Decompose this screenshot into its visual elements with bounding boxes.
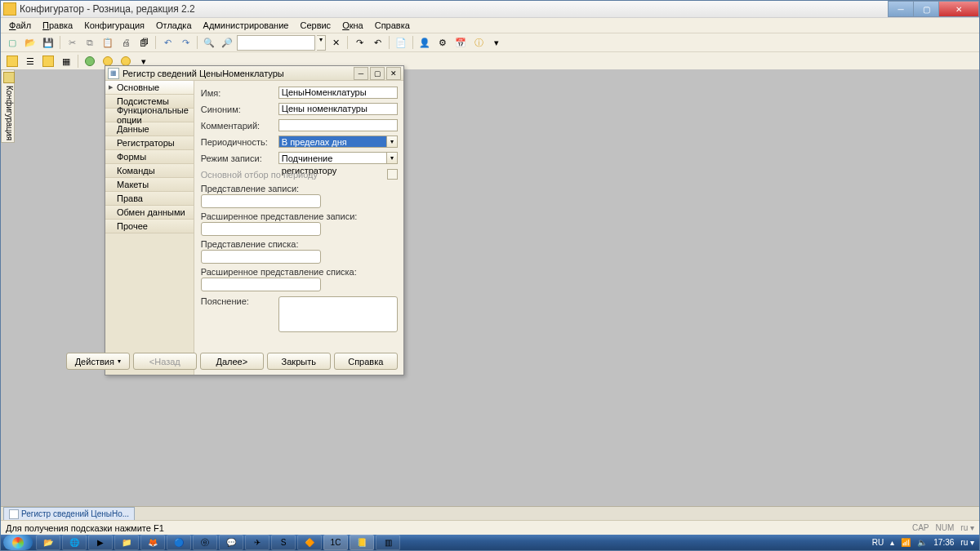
close-button[interactable]: ✕ <box>938 1 979 17</box>
task-whatsapp[interactable]: 💬 <box>219 535 243 550</box>
search-dropdown[interactable]: ▾ <box>317 35 326 51</box>
nav-registrators[interactable]: Регистраторы <box>105 136 194 150</box>
clear-button[interactable]: ✕ <box>327 34 344 51</box>
label-explain: Пояснение: <box>201 296 278 306</box>
field-listpres[interactable] <box>201 250 321 264</box>
task-telegram[interactable]: ✈ <box>245 535 270 550</box>
menu-debug[interactable]: Отладка <box>151 20 196 31</box>
tb2-tree-button[interactable] <box>4 53 20 69</box>
help-dialog-button[interactable]: Справка <box>334 353 398 370</box>
field-recpres[interactable] <box>201 194 321 208</box>
back-button[interactable]: <Назад <box>133 353 197 370</box>
tray-network-icon[interactable]: 📶 <box>901 538 911 547</box>
field-synonym[interactable] <box>278 103 398 115</box>
period-dropdown[interactable]: ▾ <box>386 136 398 148</box>
cut-button[interactable]: ✂ <box>64 34 80 51</box>
nav-layouts[interactable]: Макеты <box>105 178 194 192</box>
field-period[interactable]: В пределах дня <box>278 136 386 148</box>
field-explain[interactable] <box>278 296 398 332</box>
nav-forms[interactable]: Формы <box>105 150 194 164</box>
help-button[interactable]: ⓘ <box>470 34 487 51</box>
field-listpresext[interactable] <box>201 278 321 291</box>
calendar-button[interactable]: 📅 <box>452 34 469 51</box>
windows-icon <box>12 537 24 549</box>
close-dialog-button[interactable]: Закрыть <box>267 353 331 370</box>
field-name[interactable] <box>278 87 398 99</box>
task-ie[interactable]: 🌐 <box>62 535 87 550</box>
tb2-grid-button[interactable]: ▦ <box>58 53 74 69</box>
nav-rights[interactable]: Права <box>105 192 194 206</box>
task-skype[interactable]: S <box>271 535 296 550</box>
syntax-button[interactable]: 📄 <box>393 34 409 51</box>
task-app2[interactable]: 📒 <box>350 535 374 550</box>
maximize-button[interactable]: ▢ <box>913 1 939 17</box>
dialog-nav: Основные Подсистемы Функциональные опции… <box>105 81 194 375</box>
next-button[interactable]: Далее> <box>200 353 264 370</box>
copy-button[interactable]: ⧉ <box>82 34 98 51</box>
menu-admin[interactable]: Администрирование <box>198 20 294 31</box>
dialog-close-button[interactable]: ✕ <box>386 67 401 80</box>
tb2-props-button[interactable] <box>40 53 56 69</box>
task-app3[interactable]: ▥ <box>376 535 400 550</box>
tb2-list-button[interactable]: ☰ <box>22 53 38 69</box>
app-icon <box>3 2 16 16</box>
nav-commands[interactable]: Команды <box>105 164 194 178</box>
task-app1[interactable]: 🔶 <box>297 535 322 550</box>
open-button[interactable]: 📂 <box>22 34 38 51</box>
goto2-button[interactable]: ↶ <box>369 34 385 51</box>
titlebar: Конфигуратор - Розница, редакция 2.2 ─ ▢… <box>1 1 979 18</box>
menu-file[interactable]: Файл <box>4 20 36 31</box>
tray-clock[interactable]: 17:36 <box>933 538 954 547</box>
field-recpresext[interactable] <box>201 222 321 236</box>
paste-button[interactable]: 📋 <box>100 34 116 51</box>
find-next-button[interactable]: 🔎 <box>219 34 235 51</box>
task-chrome[interactable]: 🔵 <box>167 535 191 550</box>
nav-funcopts[interactable]: Функциональные опции <box>105 109 194 122</box>
task-1c[interactable]: 1C <box>323 535 348 550</box>
user-button[interactable]: 👤 <box>416 34 433 51</box>
field-writemode[interactable]: Подчинение регистратору <box>278 152 386 164</box>
nav-main[interactable]: Основные <box>105 81 194 95</box>
dialog-min-button[interactable]: ─ <box>354 67 368 80</box>
print-button[interactable]: 🖨 <box>118 34 134 51</box>
menu-windows[interactable]: Окна <box>337 20 368 31</box>
calc-button[interactable]: ⚙ <box>434 34 451 51</box>
redo-button[interactable]: ↷ <box>177 34 194 51</box>
system-tray: RU ▴ 📶 🔈 17:36 ru ▾ <box>867 538 979 547</box>
goto-button[interactable]: ↷ <box>351 34 368 51</box>
side-tab-config[interactable]: Конфигурация <box>1 69 15 143</box>
save-button[interactable]: 💾 <box>40 34 56 51</box>
new-button[interactable]: ▢ <box>4 34 20 51</box>
search-input[interactable] <box>237 35 315 51</box>
more-button[interactable]: ▾ <box>488 34 505 51</box>
compare-button[interactable]: 🗐 <box>136 34 152 51</box>
task-media[interactable]: ▶ <box>88 535 113 550</box>
menu-config[interactable]: Конфигурация <box>79 20 149 31</box>
task-edge[interactable]: ⓔ <box>193 535 217 550</box>
actions-button[interactable]: Действия▾ <box>66 353 130 370</box>
nav-exchange[interactable]: Обмен данными <box>105 206 194 220</box>
dialog-titlebar[interactable]: ▦ Регистр сведений ЦеныНоменклатуры ─ ▢ … <box>105 66 403 81</box>
menu-service[interactable]: Сервис <box>295 20 336 31</box>
menu-edit[interactable]: Правка <box>38 20 78 31</box>
dialog-max-button[interactable]: ▢ <box>370 67 385 80</box>
task-explorer[interactable]: 📂 <box>36 535 60 550</box>
tray-keyboard[interactable]: RU <box>872 538 884 547</box>
menu-help[interactable]: Справка <box>370 20 415 31</box>
start-button[interactable] <box>3 535 33 550</box>
writemode-dropdown[interactable]: ▾ <box>386 152 398 164</box>
tray-up-icon[interactable]: ▴ <box>890 538 894 547</box>
tray-lang[interactable]: ru ▾ <box>960 538 974 547</box>
menubar: Файл Правка Конфигурация Отладка Админис… <box>1 18 979 33</box>
find-button[interactable]: 🔍 <box>201 34 217 51</box>
task-folder[interactable]: 📁 <box>114 535 139 550</box>
minimize-button[interactable]: ─ <box>888 1 914 17</box>
tb2-run-button[interactable] <box>82 53 98 69</box>
tray-sound-icon[interactable]: 🔈 <box>917 538 927 547</box>
window-tab-register[interactable]: Регистр сведений ЦеныНо... <box>3 507 135 521</box>
checkbox-mainfilter[interactable] <box>387 169 398 180</box>
task-firefox[interactable]: 🦊 <box>140 535 165 550</box>
field-comment[interactable] <box>278 119 398 131</box>
nav-other[interactable]: Прочее <box>105 220 194 233</box>
undo-button[interactable]: ↶ <box>159 34 176 51</box>
